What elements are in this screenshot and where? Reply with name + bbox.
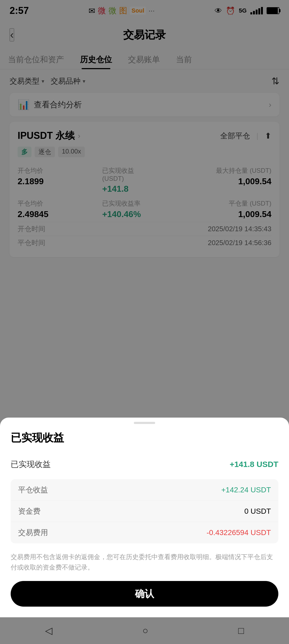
sheet-detail-section: 平仓收益 +142.24 USDT 资金费 0 USDT 交易费用 -0.432…: [11, 479, 278, 543]
trade-fee-label: 交易费用: [18, 528, 48, 538]
sheet-pnl-value: +141.8 USDT: [230, 460, 278, 469]
sheet-handle-row: [0, 418, 289, 430]
sheet-close-profit-row: 平仓收益 +142.24 USDT: [11, 479, 278, 501]
sheet-handle: [134, 422, 155, 424]
sheet-pnl-label: 已实现收益: [11, 459, 51, 470]
close-profit-label: 平仓收益: [18, 485, 48, 495]
bottom-sheet: 已实现收益 已实现收益 +141.8 USDT 平仓收益 +142.24 USD…: [0, 418, 289, 617]
sheet-trade-fee-row: 交易费用 -0.43226594 USDT: [11, 522, 278, 543]
close-profit-value: +142.24 USDT: [221, 486, 271, 494]
funding-label: 资金费: [18, 506, 41, 516]
sheet-title: 已实现收益: [0, 430, 289, 454]
confirm-button[interactable]: 确认: [11, 581, 278, 607]
trade-fee-value: -0.43226594 USDT: [207, 528, 271, 537]
sheet-funding-row: 资金费 0 USDT: [11, 501, 278, 522]
sheet-note: 交易费用不包含返佣卡的返佣金，您可在历史委托中查看费用收取明细。极端情况下平仓后…: [0, 548, 289, 581]
funding-value: 0 USDT: [244, 507, 271, 516]
sheet-pnl-row: 已实现收益 +141.8 USDT: [0, 454, 289, 475]
